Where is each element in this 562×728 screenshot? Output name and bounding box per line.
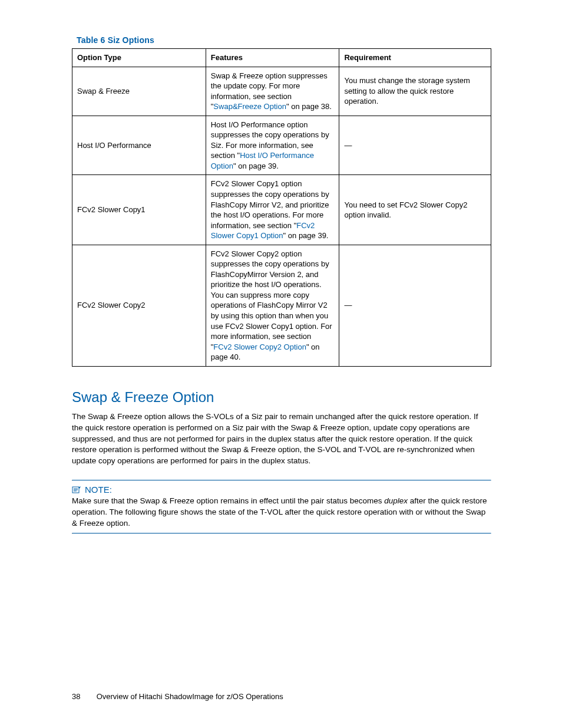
page-footer: 38 Overview of Hitachi ShadowImage for z… (72, 692, 283, 701)
link-swap-freeze-option[interactable]: Swap&Freeze Option (213, 102, 286, 111)
note-italic: duplex (384, 496, 408, 505)
col-header-requirement: Requirement (339, 49, 491, 67)
table-row: Host I/O Performance Host I/O Performanc… (72, 116, 491, 175)
page-number: 38 (72, 692, 94, 701)
table-row: Swap & Freeze Swap & Freeze option suppr… (72, 67, 491, 116)
col-header-features: Features (206, 49, 339, 67)
section-heading-swap-freeze: Swap & Freeze Option (72, 389, 491, 406)
section-body: The Swap & Freeze option allows the S-VO… (72, 411, 491, 467)
cell-requirement: You must change the storage system setti… (339, 67, 491, 116)
link-fcv2-slower-copy2-option[interactable]: FCv2 Slower Copy2 Option (213, 342, 306, 351)
table-row: FCv2 Slower Copy2 FCv2 Slower Copy2 opti… (72, 245, 491, 366)
cell-features: FCv2 Slower Copy2 option suppresses the … (206, 245, 339, 366)
cell-option-type: FCv2 Slower Copy1 (72, 175, 206, 245)
table-header-row: Option Type Features Requirement (72, 49, 491, 67)
note-body: Make sure that the Swap & Freeze option … (72, 496, 491, 529)
note-label: NOTE: (85, 485, 112, 495)
note-rule-top (72, 480, 491, 481)
footer-title: Overview of Hitachi ShadowImage for z/OS… (97, 692, 283, 701)
cell-features: Host I/O Performance option suppresses t… (206, 116, 339, 175)
cell-option-type: Host I/O Performance (72, 116, 206, 175)
siz-options-table: Option Type Features Requirement Swap & … (72, 48, 491, 367)
cell-text: " on page 39. (283, 231, 329, 240)
cell-requirement: — (339, 116, 491, 175)
cell-option-type: Swap & Freeze (72, 67, 206, 116)
note-icon (72, 486, 81, 494)
col-header-option-type: Option Type (72, 49, 206, 67)
cell-text: " on page 39. (233, 162, 279, 170)
cell-text: " on page 38. (286, 102, 332, 111)
cell-requirement: You need to set FCv2 Slower Copy2 option… (339, 175, 491, 245)
table-row: FCv2 Slower Copy1 FCv2 Slower Copy1 opti… (72, 175, 491, 245)
cell-features: Swap & Freeze option suppresses the upda… (206, 67, 339, 116)
cell-option-type: FCv2 Slower Copy2 (72, 245, 206, 366)
cell-text: FCv2 Slower Copy2 option suppresses the … (211, 249, 332, 351)
note-text: Make sure that the Swap & Freeze option … (72, 496, 384, 505)
cell-requirement: — (339, 245, 491, 366)
table-caption: Table 6 Siz Options (77, 35, 491, 45)
note-rule-bottom (72, 533, 491, 534)
cell-features: FCv2 Slower Copy1 option suppresses the … (206, 175, 339, 245)
